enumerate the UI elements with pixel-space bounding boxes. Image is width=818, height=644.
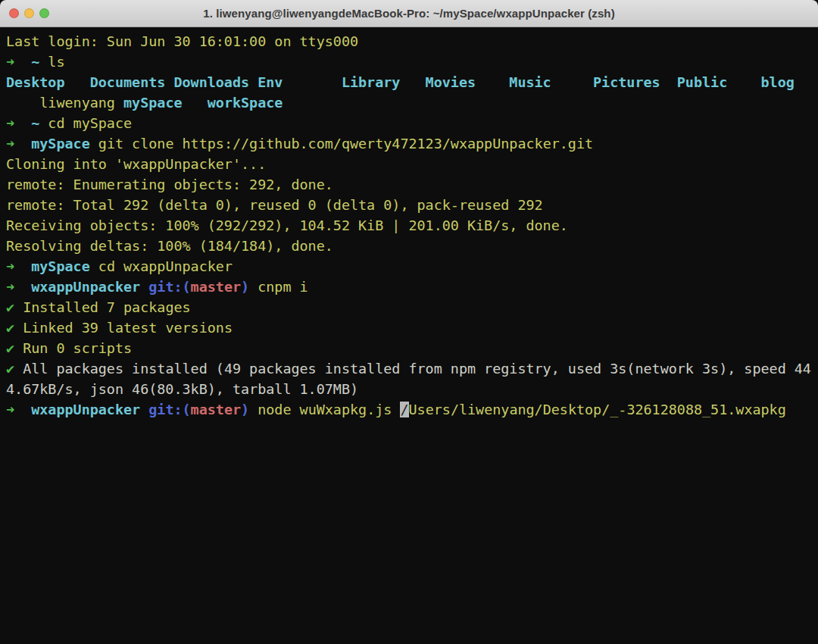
terminal-text-segment [140,402,148,417]
terminal-window: 1. liwenyang@liwenyangdeMacBook-Pro: ~/m… [0,0,818,644]
terminal-line: ✔ All packages installed (49 packages in… [6,358,818,379]
check-icon: ✔ [6,299,14,315]
check-icon: ✔ [6,320,14,336]
command-text: cd wxappUnpacker [90,258,233,274]
prompt-dir: wxappUnpacker [31,402,140,417]
terminal-text-segment: Linked 39 latest versions [14,320,233,336]
terminal-line: Cloning into 'wxappUnpacker'... [6,154,818,174]
terminal-line: ➜ ~ cd mySpace [6,113,818,133]
git-prompt-suffix: ) [241,402,249,417]
command-text: node wuWxapkg.js [249,402,400,417]
terminal-text-segment: remote: Total 292 (delta 0), reused 0 (d… [6,197,543,213]
check-icon: ✔ [6,340,14,356]
git-branch: master [191,402,241,417]
terminal-text-segment: Resolving deltas: 100% (184/184), done. [6,238,333,254]
terminal-line: ✔ Linked 39 latest versions [6,317,818,338]
terminal-text-segment [140,279,148,295]
terminal-text-segment: Last login: Sun Jun 30 16:01:00 on ttys0… [6,33,358,49]
traffic-lights [9,0,49,27]
command-text: git clone https://github.com/qwerty47212… [90,136,593,152]
prompt-arrow: ➜ [6,54,31,70]
check-icon: ✔ [6,361,14,377]
terminal-line: ✔ Installed 7 packages [6,297,818,317]
command-text: cnpm i [249,279,308,295]
terminal-line: 4.67kB/s, json 46(80.3kB), tarball 1.07M… [6,379,818,399]
git-prompt-prefix: git:( [148,402,190,417]
terminal-text-segment: Installed 7 packages [14,299,191,315]
prompt-dir: ~ [31,115,39,131]
ls-directories: Desktop Documents Downloads Env Library … [6,74,795,90]
zoom-button[interactable] [39,8,49,18]
prompt-dir: ~ [31,54,39,70]
titlebar[interactable]: 1. liwenyang@liwenyangdeMacBook-Pro: ~/m… [0,0,818,27]
terminal-screen[interactable]: Last login: Sun Jun 30 16:01:00 on ttys0… [0,28,818,644]
git-prompt-prefix: git:( [148,279,190,295]
ls-directory: mySpace [123,95,183,111]
prompt-dir: wxappUnpacker [31,279,140,295]
terminal-line: ➜ wxappUnpacker git:(master) node wuWxap… [6,399,818,420]
terminal-text-segment: 4.67kB/s, json 46(80.3kB), tarball 1.07M… [6,381,358,397]
cursor: / [400,402,408,417]
git-branch: master [191,279,241,295]
prompt-arrow: ➜ [6,279,31,295]
prompt-arrow: ➜ [6,136,31,152]
terminal-line: Desktop Documents Downloads Env Library … [6,72,818,92]
prompt-arrow: ➜ [6,258,31,274]
terminal-text-segment: Cloning into 'wxappUnpacker'... [6,156,266,172]
command-text: ls [39,54,64,70]
prompt-dir: mySpace [31,136,90,152]
terminal-text-segment [183,95,208,111]
terminal-line: ✔ Run 0 scripts [6,338,818,358]
git-prompt-suffix: ) [241,279,249,295]
prompt-arrow: ➜ [6,115,31,131]
terminal-text-segment: remote: Enumerating objects: 292, done. [6,177,333,192]
terminal-line: liwenyang mySpace workSpace [6,92,818,113]
prompt-arrow: ➜ [6,402,31,417]
terminal-line: remote: Enumerating objects: 292, done. [6,174,818,195]
ls-file: liwenyang [6,95,123,111]
command-text: cd mySpace [39,115,132,131]
terminal-line: ➜ ~ ls [6,52,818,72]
terminal-line: Resolving deltas: 100% (184/184), done. [6,236,818,256]
ls-directory: workSpace [208,95,283,111]
terminal-text-segment: All packages installed (49 packages inst… [14,361,811,377]
command-argument: Users/liwenyang/Desktop/_-326128088_51.w… [409,402,786,417]
terminal-text-segment: Run 0 scripts [14,340,132,356]
terminal-line: ➜ mySpace cd wxappUnpacker [6,256,818,277]
minimize-button[interactable] [24,8,34,18]
terminal-line: ➜ mySpace git clone https://github.com/q… [6,133,818,154]
close-button[interactable] [9,8,19,18]
terminal-line: ➜ wxappUnpacker git:(master) cnpm i [6,277,818,297]
terminal-line: Receiving objects: 100% (292/292), 104.5… [6,215,818,236]
terminal-text-segment: Receiving objects: 100% (292/292), 104.5… [6,217,568,233]
terminal-line: remote: Total 292 (delta 0), reused 0 (d… [6,195,818,215]
prompt-dir: mySpace [31,258,90,274]
window-title: 1. liwenyang@liwenyangdeMacBook-Pro: ~/m… [0,7,818,20]
terminal-line: Last login: Sun Jun 30 16:01:00 on ttys0… [6,31,818,52]
